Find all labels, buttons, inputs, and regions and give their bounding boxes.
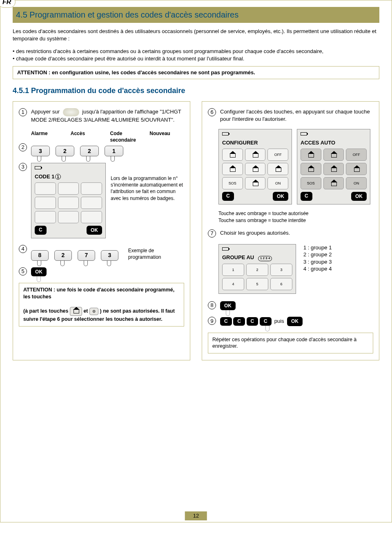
step-number-2: 2 <box>19 143 27 151</box>
battery-icon <box>222 247 229 251</box>
bullet-1: • des restrictions d'accès à certaines c… <box>13 48 379 55</box>
step2-labels: Alarme Accès Code secondaire Nouveau <box>31 130 184 143</box>
keypad-key: 2 <box>54 250 72 261</box>
step-6: 6 Configurer l'accès des touches, en app… <box>208 108 373 122</box>
step7-text: Choisir les groupes autorisés. <box>220 229 290 238</box>
battery-icon <box>222 132 229 136</box>
step4-note: Exemple de programmation <box>128 247 184 260</box>
step-number-5: 5 <box>19 267 27 276</box>
battery-icon <box>35 166 41 169</box>
section-title: 4.5 Programmation et gestion des codes d… <box>13 7 379 23</box>
step-number-8: 8 <box>208 301 216 309</box>
step3-note: Lors de la programmation le n° s'incréme… <box>111 175 184 202</box>
ok-button: OK <box>287 317 303 326</box>
attention-box-usine: ATTENTION : en configuration usine, les … <box>13 66 379 79</box>
step-1: 1 Appuyer sur jusqu'à l'apparition de l'… <box>19 108 184 124</box>
step-number-9: 9 <box>208 317 216 325</box>
lcd-ok-button: OK <box>351 192 367 201</box>
group-legend: 1 : groupe 1 2 : groupe 2 3 : groupe 3 4… <box>303 244 332 273</box>
lcd-configurer: CONFIGURER OFF SOS ON C OK <box>218 129 292 204</box>
step1-text-a: Appuyer sur <box>31 109 60 115</box>
left-column: 1 Appuyer sur jusqu'à l'apparition de l'… <box>13 101 190 360</box>
manual-page: FR 4.5 Programmation et gestion des code… <box>0 0 392 522</box>
lcd-c-button: C <box>222 192 234 201</box>
puis-label: puis <box>274 318 284 324</box>
ok-button: OK <box>31 267 47 276</box>
step-4: 4 8 2 7 3 Exemple de programmation <box>19 245 184 260</box>
lcd-acces-auto: ACCES AUTO OFF SOS ON C OK <box>297 129 370 204</box>
step-number-1: 1 <box>19 108 27 116</box>
intro-paragraph: Les codes d'accès secondaires sont desti… <box>13 28 379 42</box>
step-7: 7 Choisir les groupes autorisés. <box>208 229 373 238</box>
c-button: C <box>260 317 272 325</box>
keypad-key: 3 <box>101 250 118 261</box>
step6-text: Configurer l'accès des touches, en appuy… <box>220 108 373 122</box>
step-5: 5 OK <box>19 267 184 276</box>
house-q-icon <box>70 307 82 316</box>
ok-button: OK <box>220 301 236 310</box>
lcd-c-button: C <box>301 192 312 201</box>
lcd-code1: CODE 1 1 C OK <box>31 163 106 238</box>
step-8: 8 OK <box>208 301 373 310</box>
lcd-ok-button: OK <box>87 226 102 235</box>
keypad-key: 1 <box>105 146 123 156</box>
group-badge: 1 2 3 4 <box>258 256 272 261</box>
step-3: 3 CODE 1 1 C <box>19 163 184 238</box>
step-number-3: 3 <box>19 163 27 171</box>
keypad-key: 2 <box>80 146 99 156</box>
keypad-key: 2 <box>56 146 74 156</box>
lcd-ok-button: OK <box>273 192 288 201</box>
c-button: C <box>233 317 245 325</box>
step-number-6: 6 <box>208 108 216 116</box>
c-button: C <box>247 317 258 325</box>
step-2: 2 3 2 2 1 <box>19 143 184 156</box>
attention-box-step6: ATTENTION : une fois le code d'accès sec… <box>19 283 184 327</box>
repeat-note-box: Répéter ces opérations pour chaque code … <box>208 333 373 354</box>
step-number-4: 4 <box>19 245 27 253</box>
lcd-c-button: C <box>35 226 47 235</box>
step-number-7: 7 <box>208 229 216 238</box>
keypad-key: 3 <box>31 146 50 156</box>
mode-button-illustration <box>63 108 79 116</box>
bullet-2: • chaque code d'accès secondaire peut êt… <box>13 55 379 62</box>
keypad-key: 7 <box>78 250 95 261</box>
battery-icon <box>301 132 307 136</box>
shading-legend: Touche avec ombrage = touche autorisée T… <box>218 210 373 223</box>
language-badge: FR <box>0 0 16 8</box>
subsection-heading: 4.5.1 Programmation du code d'accès seco… <box>13 86 379 96</box>
keypad-key: 8 <box>31 250 49 261</box>
sos-icon: ⊚ <box>89 308 98 315</box>
page-number: 12 <box>185 511 207 520</box>
step-9: 9 C C C C puis OK <box>208 317 373 326</box>
lcd-groupe: GROUPE AU 1 2 3 4 1 2 3 4 5 6 <box>218 244 296 294</box>
c-button: C <box>220 317 232 325</box>
lcd-title: CODE 1 1 <box>35 173 102 180</box>
right-column: 6 Configurer l'accès des touches, en app… <box>202 101 379 360</box>
intro-bullets: • des restrictions d'accès à certaines c… <box>13 48 379 62</box>
